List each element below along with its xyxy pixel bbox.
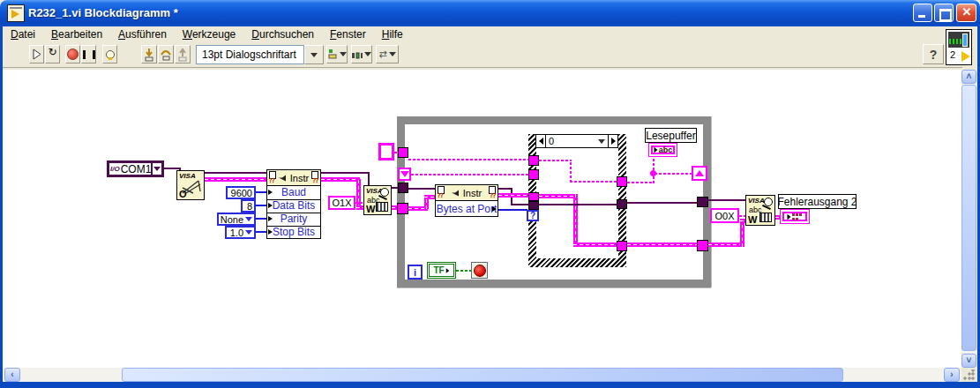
scroll-up-button[interactable]: ˄ [961, 70, 976, 84]
step-into-button[interactable] [141, 45, 157, 63]
step-over-button[interactable] [158, 45, 174, 63]
case-selector-terminal[interactable]: ? [527, 210, 539, 221]
maximize-button[interactable] [934, 4, 954, 22]
minimize-button[interactable] [913, 4, 932, 22]
visa-write-node-1[interactable]: VISA abc W [363, 185, 392, 215]
titlebar[interactable]: R232_1.vi Blockdiagramm * ✕ [0, 0, 980, 26]
case-tunnel-visa-out[interactable] [617, 199, 627, 209]
wire-visa [708, 199, 747, 201]
distribute-objects-button[interactable] [351, 45, 372, 63]
wire-string [570, 181, 617, 183]
indicator-arrow-icon [788, 213, 791, 219]
case-tunnel-visa-in[interactable] [528, 201, 539, 210]
databits-constant[interactable]: 8 [241, 199, 256, 213]
command-on-constant[interactable]: O1X [328, 196, 355, 210]
menu-durchsuchen[interactable]: Durchsuchen [243, 28, 322, 41]
reorder-button[interactable]: ⇄ [376, 45, 399, 63]
menu-werkzeuge[interactable]: Werkzeuge [175, 28, 243, 41]
menu-bearbeiten[interactable]: Bearbeiten [43, 28, 110, 41]
property-node-bytes[interactable]: Instr ⁇ ⁇ Bytes at Port [435, 184, 498, 217]
visa-write-node-2[interactable]: VISA abc W [745, 195, 775, 226]
chevron-up-icon: ˄ [967, 72, 972, 81]
case-tunnel-string-b[interactable] [528, 169, 539, 180]
command-off-constant[interactable]: O0X [710, 208, 739, 223]
pause-button[interactable] [81, 45, 96, 63]
buffer-grid-icon [759, 213, 772, 222]
font-selector-arrow[interactable] [304, 45, 324, 64]
tunnel-error-out[interactable] [697, 240, 708, 251]
case-tunnel-error-out[interactable] [617, 241, 627, 251]
horizontal-scroll-thumb[interactable] [122, 368, 843, 382]
menu-ausfuehren[interactable]: Ausführen [110, 28, 175, 41]
com-port-dropdown[interactable] [151, 163, 161, 175]
highlight-execution-button[interactable] [102, 45, 117, 63]
maximize-icon [939, 9, 952, 21]
menu-hilfe[interactable]: Hilfe [374, 28, 411, 41]
scroll-down-button[interactable]: ˅ [961, 354, 976, 368]
menu-datei[interactable]: Datei [3, 28, 43, 41]
parity-ring-constant[interactable]: None [217, 213, 256, 226]
visa-write-letter: W [366, 204, 375, 214]
scroll-left-button[interactable]: ‹ [4, 368, 20, 382]
property-link-icon [452, 190, 461, 197]
iteration-terminal[interactable]: i [408, 265, 423, 280]
shift-register-right[interactable] [692, 166, 707, 181]
window-frame-bottom [0, 382, 980, 388]
empty-string-constant[interactable] [378, 143, 394, 160]
property-node-serial[interactable]: Instr ⁇ ⁇ Baud Data Bits Parity Stop Bit… [266, 169, 321, 239]
align-objects-button[interactable] [326, 45, 348, 63]
chevron-down-icon[interactable] [598, 139, 605, 144]
property-row-stopbits[interactable]: Stop Bits [267, 226, 320, 239]
property-row-bytes-at-port[interactable]: Bytes at Port [436, 201, 497, 217]
run-continuous-button[interactable]: ↻ [45, 45, 60, 63]
error-out-indicator[interactable] [780, 209, 810, 224]
step-over-icon [159, 46, 173, 63]
menu-fenster[interactable]: Fenster [322, 28, 374, 41]
scroll-right-button[interactable]: › [944, 368, 960, 382]
wire-numeric [498, 209, 527, 211]
property-row-baud[interactable]: Baud [267, 186, 320, 200]
read-buffer-indicator[interactable]: abc [648, 143, 677, 157]
visa-resource-constant[interactable]: I/O COM1 [107, 160, 164, 177]
visa-open-node[interactable]: VISA O [176, 170, 205, 200]
stop-boolean-terminal[interactable]: TF [427, 262, 456, 279]
vi-icon-run-arrow [961, 51, 970, 62]
read-buffer-label[interactable]: Lesepuffer [645, 128, 697, 143]
visa-open-letter: O [179, 189, 187, 199]
case-tunnel-error-in[interactable] [528, 192, 539, 201]
baud-constant[interactable]: 9600 [226, 186, 256, 199]
close-button[interactable]: ✕ [956, 4, 976, 22]
case-tunnel-string-out[interactable] [617, 176, 627, 187]
loop-condition-terminal[interactable] [471, 262, 488, 279]
tunnel-visa-in[interactable] [398, 183, 408, 193]
wire-visa [408, 188, 436, 190]
case-next-icon[interactable] [608, 135, 617, 147]
font-selector[interactable]: 13pt Dialogschriftart [196, 45, 304, 64]
error-out-label[interactable]: Fehlerausgang 2 [778, 194, 857, 209]
chevron-down-icon [340, 52, 347, 56]
case-tunnel-string-a[interactable] [528, 155, 539, 166]
case-selector[interactable]: 0 [535, 134, 618, 148]
vi-icon-pane[interactable]: 2 [946, 29, 972, 65]
wire-error [708, 242, 744, 247]
abort-button[interactable] [65, 45, 80, 63]
property-row-databits[interactable]: Data Bits [267, 199, 320, 213]
property-row-parity[interactable]: Parity [267, 213, 320, 227]
run-button[interactable] [29, 45, 44, 63]
stopbits-ring-constant[interactable]: 1.0 [225, 226, 256, 239]
tunnel-visa-out[interactable] [697, 197, 708, 207]
tunnel-error-in[interactable] [397, 203, 408, 214]
shift-register-left[interactable] [398, 168, 411, 181]
context-help-button[interactable]: ? [923, 44, 944, 64]
reorder-icon: ⇄ [378, 48, 386, 60]
case-prev-icon[interactable] [536, 135, 546, 147]
vertical-scroll-thumb[interactable] [961, 85, 976, 351]
tunnel-string-init[interactable] [398, 147, 408, 158]
wire-error [740, 220, 744, 247]
chevron-down-icon [153, 167, 161, 171]
error-out-icon: ⁇ [313, 177, 318, 184]
abort-icon [67, 48, 79, 60]
resize-grip[interactable] [961, 369, 976, 382]
step-out-button[interactable] [175, 45, 191, 63]
string-glyph: abc [659, 146, 673, 154]
